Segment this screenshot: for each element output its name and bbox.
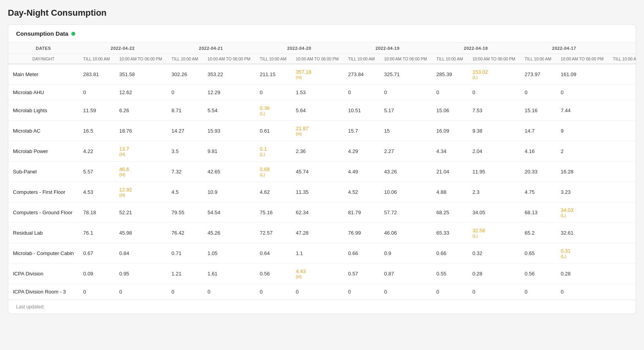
header-row-daynight: DAY/NIGHT TILL 10:00 AM 10:00 AM TO 06:0… <box>8 54 636 64</box>
cell-value: 65.33 <box>432 223 468 243</box>
row-name: Microlab Power <box>8 141 78 162</box>
row-name: Microlab Lights <box>8 100 78 121</box>
cell-value: 2.04 <box>468 141 520 162</box>
cell-value: 1.53 <box>291 85 343 100</box>
cell-value: 0 <box>468 85 520 100</box>
col-day-4: TILL 10:00 AM <box>432 54 468 64</box>
cell-value: 9.38 <box>468 121 520 141</box>
cell-value: 0 <box>379 85 432 100</box>
table-container[interactable]: DATES 2022-04-22 2022-04-21 2022-04-20 2… <box>8 43 636 300</box>
card-header: Consumption Data <box>8 25 636 43</box>
col-day-2: TILL 10:00 AM <box>255 54 291 64</box>
cell-value: 0.87 <box>379 264 432 284</box>
date-col-0: 2022-04-22 <box>78 43 167 54</box>
cell-value: 45.98 <box>114 223 167 243</box>
date-col-6: 2022-04-16 <box>608 43 636 54</box>
cell-value: 32.58(L) <box>468 223 520 243</box>
cell-value: 0 <box>556 85 608 100</box>
cell-value: 325.71 <box>379 64 432 85</box>
table-row: Sub-Panel5.5746.6(H)7.3242.650.68(L)45.7… <box>8 162 636 182</box>
col-night-0: 10:00 AM TO 06:00 PM <box>114 54 167 64</box>
col-day-3: TILL 10:00 AM <box>343 54 379 64</box>
cell-value: 0 <box>114 284 167 300</box>
cell-value: 14.27 <box>167 121 203 141</box>
cell-value: 15.06 <box>432 100 468 121</box>
cell-value: 0.65 <box>520 243 556 264</box>
cell-value: 4.49 <box>343 162 379 182</box>
header-row-dates: DATES 2022-04-22 2022-04-21 2022-04-20 2… <box>8 43 636 54</box>
col-day-5: TILL 10:00 AM <box>520 54 556 64</box>
cell-value: 211.15 <box>255 64 291 85</box>
row-name: ICPA Division Room - 3 <box>8 284 78 300</box>
cell-value: 285.39 <box>432 64 468 85</box>
cell-value: 12.92(H) <box>114 182 167 202</box>
cell-value: 10.9 <box>203 182 255 202</box>
cell-value: 0.67 <box>78 243 114 264</box>
cell-value: 57.72 <box>379 202 432 223</box>
cell-value: 4.52 <box>343 182 379 202</box>
row-name: Residual Lab <box>8 223 78 243</box>
cell-value: 0 <box>468 284 520 300</box>
cell-value: 47.28 <box>291 223 343 243</box>
cell-value: 5.57 <box>78 162 114 182</box>
cell-value: 13.7(H) <box>114 141 167 162</box>
cell-value: 46.06 <box>379 223 432 243</box>
cell-value: 0 <box>291 284 343 300</box>
cell-value: 4.5 <box>167 182 203 202</box>
row-name: Sub-Panel <box>8 162 78 182</box>
cell-value: 4.75 <box>520 182 556 202</box>
cell-value: 0.66 <box>343 243 379 264</box>
cell-value: 20.33 <box>520 162 556 182</box>
cell-value: 0.31(L) <box>556 243 608 264</box>
cell-value: 1.05 <box>203 243 255 264</box>
cell-value: 75.16 <box>255 202 291 223</box>
cell-value: 0.55 <box>432 264 468 284</box>
cell-value: 5.64 <box>291 100 343 121</box>
cell-value: 0.57 <box>343 264 379 284</box>
cell-value: 2.27 <box>379 141 432 162</box>
table-row: Computers - First Floor4.5312.92(H)4.510… <box>8 182 636 202</box>
cell-value: 78.18 <box>78 202 114 223</box>
cell-value: 1.21 <box>167 264 203 284</box>
date-col-1: 2022-04-21 <box>167 43 255 54</box>
last-updated-label: Last updated: <box>16 304 45 310</box>
cell-value: 1.1 <box>291 243 343 264</box>
cell-value: 15 <box>379 121 432 141</box>
table-row: Main Meter283.81351.58302.26353.22211.15… <box>8 64 636 85</box>
cell-value: 357.18(H) <box>291 64 343 85</box>
cell-value: 0 <box>556 284 608 300</box>
row-name: Microlab AHU <box>8 85 78 100</box>
cell-value: 54.54 <box>203 202 255 223</box>
cell-value: 0.09 <box>78 264 114 284</box>
cell-value: 2.3 <box>468 182 520 202</box>
col-night-4: 10:00 AM TO 06:00 PM <box>468 54 520 64</box>
cell-value: 14.7 <box>520 121 556 141</box>
cell-value: 0.66 <box>432 243 468 264</box>
cell-value: 0.95 <box>114 264 167 284</box>
cell-value: 43.26 <box>379 162 432 182</box>
table-row: ICPA Division Room - 3000000000000 <box>8 284 636 300</box>
date-col-2: 2022-04-20 <box>255 43 343 54</box>
cell-value: 45.26 <box>203 223 255 243</box>
cell-value: 0 <box>203 284 255 300</box>
main-card: Consumption Data DATES 2022-04-22 2022-0… <box>8 24 636 314</box>
cell-value: 0 <box>167 85 203 100</box>
table-row: Microlab Power4.2213.7(H)3.59.810.1(L)2.… <box>8 141 636 162</box>
cell-value: 12.29 <box>203 85 255 100</box>
table-row: Microlab - Computer Cabin0.670.840.711.0… <box>8 243 636 264</box>
row-name: Microlab - Computer Cabin <box>8 243 78 264</box>
page-wrapper: Day-Night Consumption Consumption Data D… <box>0 0 644 322</box>
date-col-3: 2022-04-19 <box>343 43 432 54</box>
cell-value: 15.7 <box>343 121 379 141</box>
cell-value: 42.65 <box>203 162 255 182</box>
cell-value: 0 <box>78 284 114 300</box>
cell-value: 0.32 <box>468 243 520 264</box>
cell-value: 4.43(H) <box>291 264 343 284</box>
table-row: Computers - Ground Floor78.1852.2179.555… <box>8 202 636 223</box>
cell-value: 0.64 <box>255 243 291 264</box>
cell-value: 34.05 <box>468 202 520 223</box>
cell-value: 273.97 <box>520 64 556 85</box>
card-header-title: Consumption Data <box>16 30 68 37</box>
cell-value: 353.22 <box>203 64 255 85</box>
date-col-5: 2022-04-17 <box>520 43 608 54</box>
